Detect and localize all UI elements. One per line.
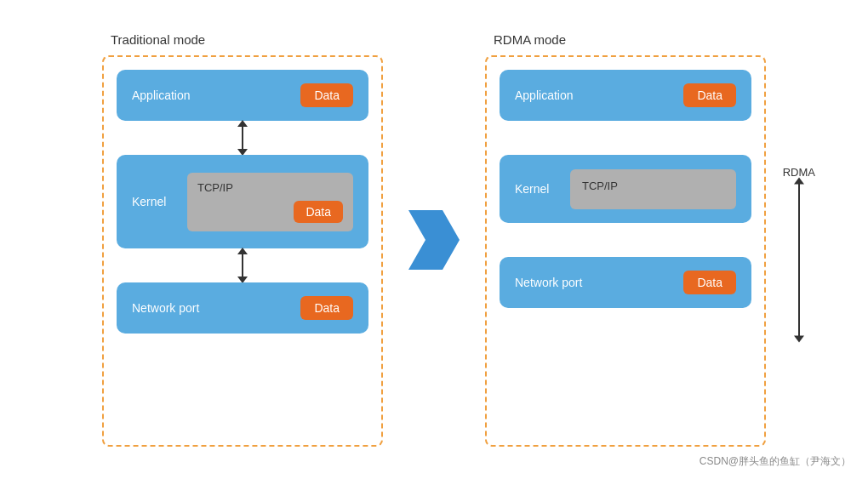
- rdma-kernel-label: Kernel: [515, 182, 562, 196]
- rdma-content: Application Data Kernel TCP/IP: [500, 70, 751, 308]
- traditional-arrow-line-2: [242, 254, 243, 277]
- svg-marker-0: [408, 210, 460, 270]
- rdma-tcpip-label: TCP/IP: [582, 180, 618, 192]
- transition-arrow: [408, 210, 460, 270]
- rdma-arrow-line: [798, 184, 800, 337]
- traditional-network-label: Network port: [132, 301, 300, 315]
- traditional-arrow-2: [117, 248, 368, 282]
- traditional-network-block: Network port Data: [117, 282, 368, 334]
- rdma-kernel-inner: TCP/IP: [570, 169, 736, 209]
- watermark: CSDN@胖头鱼的鱼缸（尹海文）: [700, 454, 851, 469]
- rdma-application-data: Data: [683, 83, 736, 107]
- rdma-dashed-box: Application Data Kernel TCP/IP: [485, 55, 766, 447]
- rdma-application-block: Application Data: [500, 70, 751, 121]
- rdma-mode-section: RDMA mode Application Data Kernel TCP/IP: [485, 32, 766, 447]
- rdma-network-block: Network port Data: [500, 257, 751, 308]
- rdma-spacer-top: [500, 121, 751, 155]
- traditional-content: Application Data Kernel TCP/IP Data: [117, 70, 368, 334]
- traditional-network-data: Data: [300, 296, 353, 320]
- rdma-mode-title: RDMA mode: [485, 32, 566, 47]
- traditional-arrow-1: [117, 121, 368, 155]
- traditional-kernel-label: Kernel: [132, 195, 179, 208]
- traditional-application-block: Application Data: [117, 70, 368, 121]
- traditional-mode-section: Traditional mode Application Data Kernel…: [102, 32, 383, 447]
- traditional-application-data: Data: [300, 83, 353, 107]
- rdma-side-label: RDMA: [783, 166, 815, 179]
- traditional-kernel-inner: TCP/IP Data: [187, 173, 353, 231]
- rdma-spacer-bottom: [500, 223, 751, 257]
- traditional-arrow-line-1: [242, 126, 243, 150]
- traditional-kernel-data: Data: [294, 201, 343, 223]
- rdma-application-label: Application: [515, 88, 683, 102]
- traditional-mode-title: Traditional mode: [102, 32, 205, 47]
- chevron-right-icon: [408, 210, 460, 270]
- traditional-tcpip-label: TCP/IP: [197, 181, 233, 194]
- main-container: Traditional mode Application Data Kernel…: [0, 0, 868, 479]
- traditional-dashed-box: Application Data Kernel TCP/IP Data: [102, 55, 383, 447]
- rdma-network-data: Data: [683, 271, 736, 294]
- traditional-application-label: Application: [132, 88, 300, 102]
- rdma-arrow-container: RDMA: [783, 166, 815, 337]
- rdma-network-label: Network port: [515, 276, 683, 289]
- traditional-kernel-block: Kernel TCP/IP Data: [117, 155, 368, 248]
- rdma-kernel-block: Kernel TCP/IP: [500, 155, 751, 223]
